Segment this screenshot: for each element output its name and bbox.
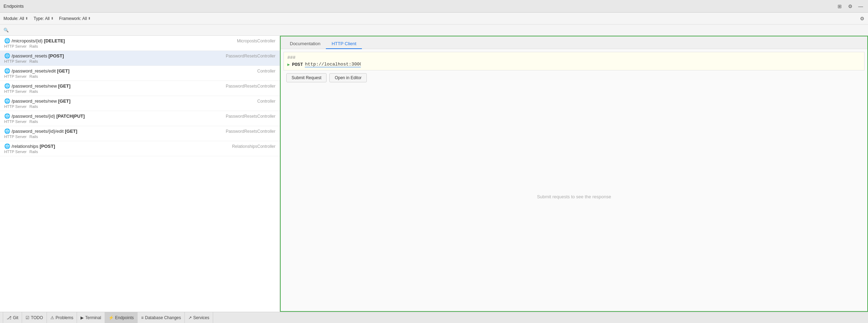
endpoint-method-4: [GET] (58, 98, 70, 104)
search-bar: 🔍 (0, 25, 868, 36)
submit-request-button[interactable]: Submit Request (286, 73, 327, 82)
globe-icon-6: 🌐 (4, 128, 10, 134)
endpoint-controller-3: PasswordResetsController (226, 84, 275, 89)
endpoint-method-6: [GET] (65, 129, 77, 134)
endpoint-item-7[interactable]: 🌐/relationships [POST]RelationshipsContr… (0, 141, 280, 156)
bottom-item-database-changes[interactable]: ≡Database Changes (138, 312, 185, 323)
bottom-item-endpoints[interactable]: ⚡Endpoints (105, 312, 138, 323)
type-label: Type: (34, 16, 44, 21)
right-panel: Documentation HTTP Client ### ▶ POST Sub… (280, 36, 868, 312)
bottom-item-todo[interactable]: ☑TODO (22, 312, 47, 323)
endpoint-tag: Rails (29, 89, 38, 94)
globe-icon-7: 🌐 (4, 143, 10, 149)
type-arrow-icon: ⬍ (51, 16, 54, 20)
minimize-button[interactable]: ⊞ (836, 2, 844, 10)
tab-http-client[interactable]: HTTP Client (326, 39, 362, 49)
endpoint-tag: HTTP Server (4, 44, 27, 48)
bottom-label-1: TODO (31, 315, 43, 320)
endpoint-tag: Rails (29, 104, 38, 109)
search-input[interactable] (10, 28, 864, 33)
endpoint-controller-1: PasswordResetsController (226, 54, 275, 59)
module-arrow-icon: ⬍ (25, 16, 28, 20)
maximize-button[interactable]: ⚙ (846, 2, 854, 10)
module-label: Module: (4, 16, 19, 21)
endpoint-tag: HTTP Server (4, 89, 27, 94)
framework-arrow-icon: ⬍ (88, 16, 91, 20)
bottom-icon-6: ↗ (188, 315, 192, 320)
bottom-label-0: Git (13, 315, 18, 320)
endpoint-method-2: [GET] (57, 68, 69, 74)
tab-documentation[interactable]: Documentation (284, 39, 326, 49)
http-request-line: ▶ POST (287, 62, 861, 67)
open-in-editor-button[interactable]: Open in Editor (329, 73, 367, 82)
search-icon: 🔍 (4, 28, 9, 33)
endpoint-path-text-6: /password_resets/{id}/edit (12, 129, 65, 134)
globe-icon-1: 🌐 (4, 53, 10, 59)
endpoint-item-3[interactable]: 🌐/password_resets/new [GET]PasswordReset… (0, 81, 280, 96)
endpoint-path-7: 🌐/relationships [POST] (4, 143, 55, 149)
endpoint-controller-2: Controller (257, 69, 275, 74)
endpoint-path-text-5: /password_resets/{id} (12, 114, 56, 119)
bottom-icon-3: ▶ (80, 315, 84, 320)
app-title: Endpoints (4, 4, 24, 9)
endpoint-item-5[interactable]: 🌐/password_resets/{id} [PATCH|PUT]Passwo… (0, 111, 280, 126)
endpoint-method-0: [DELETE] (44, 38, 65, 43)
endpoint-tag: Rails (29, 44, 38, 48)
globe-icon-4: 🌐 (4, 98, 10, 104)
endpoint-path-5: 🌐/password_resets/{id} [PATCH|PUT] (4, 113, 85, 119)
bottom-icon-0: ⎇ (7, 315, 12, 320)
endpoint-path-2: 🌐/password_resets/edit [GET] (4, 68, 69, 74)
tabs-bar: Documentation HTTP Client (281, 36, 867, 49)
endpoint-controller-6: PasswordResetsController (226, 129, 275, 134)
settings-gear-icon[interactable]: ⚙ (860, 16, 864, 21)
endpoint-path-text-4: /password_resets/new (12, 98, 58, 104)
endpoint-controller-0: MicropostsController (237, 39, 275, 43)
type-filter[interactable]: Type: All ⬍ (34, 16, 54, 21)
endpoint-path-4: 🌐/password_resets/new [GET] (4, 98, 70, 104)
http-method-label: POST (292, 62, 303, 67)
globe-icon-3: 🌐 (4, 83, 10, 89)
endpoint-item-4[interactable]: 🌐/password_resets/new [GET]ControllerHTT… (0, 96, 280, 111)
endpoint-item-0[interactable]: 🌐/microposts/{id} [DELETE]MicropostsCont… (0, 36, 280, 51)
endpoint-tag: HTTP Server (4, 150, 27, 154)
http-response-area: Submit requests to see the response (284, 85, 864, 308)
endpoint-method-3: [GET] (58, 83, 70, 89)
close-button[interactable]: — (857, 2, 864, 10)
http-action-buttons: Submit Request Open in Editor (284, 70, 864, 85)
endpoint-item-6[interactable]: 🌐/password_resets/{id}/edit [GET]Passwor… (0, 126, 280, 141)
framework-filter[interactable]: Framework: All ⬍ (59, 16, 91, 21)
bottom-item-terminal[interactable]: ▶Terminal (77, 312, 105, 323)
bottom-item-problems[interactable]: ⚠Problems (47, 312, 77, 323)
endpoint-path-1: 🌐/password_resets [POST] (4, 53, 64, 59)
endpoint-tag: HTTP Server (4, 119, 27, 124)
endpoint-path-text-1: /password_resets (12, 53, 49, 59)
endpoint-controller-7: RelationshipsController (232, 144, 275, 149)
run-arrow-icon[interactable]: ▶ (287, 62, 290, 67)
bottom-icon-5: ≡ (141, 315, 144, 320)
endpoint-item-1[interactable]: 🌐/password_resets [POST]PasswordResetsCo… (0, 51, 280, 66)
module-filter[interactable]: Module: All ⬍ (4, 16, 28, 21)
endpoint-path-6: 🌐/password_resets/{id}/edit [GET] (4, 128, 77, 134)
http-client-panel: ### ▶ POST Submit Request Open in Editor… (281, 49, 867, 311)
type-value: All (45, 16, 49, 21)
bottom-item-git[interactable]: ⎇Git (3, 312, 22, 323)
http-url-input[interactable] (305, 62, 361, 67)
endpoint-tag: Rails (29, 135, 38, 139)
globe-icon-5: 🌐 (4, 113, 10, 119)
globe-icon-2: 🌐 (4, 68, 10, 74)
bottom-label-2: Problems (56, 315, 74, 320)
endpoint-controller-4: Controller (257, 99, 275, 104)
bottom-label-5: Database Changes (145, 315, 181, 320)
endpoint-path-0: 🌐/microposts/{id} [DELETE] (4, 38, 65, 43)
endpoint-path-text-2: /password_resets/edit (12, 68, 57, 74)
endpoint-tag: Rails (29, 150, 38, 154)
endpoint-tag: HTTP Server (4, 104, 27, 109)
response-placeholder: Submit requests to see the response (537, 194, 611, 199)
endpoint-path-text-3: /password_resets/new (12, 83, 58, 89)
bottom-icon-1: ☑ (26, 315, 29, 320)
main-content: 🌐/microposts/{id} [DELETE]MicropostsCont… (0, 36, 868, 312)
framework-label: Framework: (59, 16, 81, 21)
bottom-item-services[interactable]: ↗Services (185, 312, 213, 323)
endpoints-list: 🌐/microposts/{id} [DELETE]MicropostsCont… (0, 36, 280, 312)
endpoint-item-2[interactable]: 🌐/password_resets/edit [GET]ControllerHT… (0, 66, 280, 81)
